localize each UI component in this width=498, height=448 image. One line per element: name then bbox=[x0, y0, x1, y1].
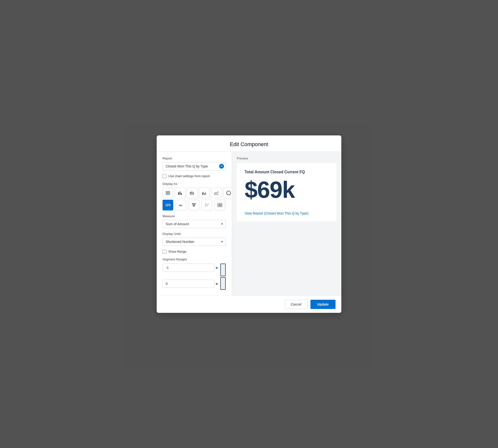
svg-rect-0 bbox=[166, 191, 170, 192]
right-panel: Preview Total Amount Closed Current FQ $… bbox=[232, 152, 341, 296]
display-units-label: Display Units bbox=[163, 232, 226, 236]
stacked-bar-icon bbox=[189, 190, 195, 196]
slider-segment-top[interactable] bbox=[220, 264, 226, 276]
table-icon bbox=[165, 190, 171, 196]
chart-type-bar[interactable] bbox=[175, 188, 185, 198]
svg-point-19 bbox=[228, 192, 230, 194]
chart-type-metric[interactable]: 123 bbox=[163, 200, 173, 210]
display-units-select-wrap: Shortened Number Full Number Thousands M… bbox=[163, 238, 226, 246]
preview-card-value: $69k bbox=[245, 178, 329, 201]
view-report-link[interactable]: View Report (Closed Won This Q by Type) bbox=[245, 211, 309, 215]
segment-inputs: ▶ ▶ bbox=[163, 264, 218, 291]
display-as-row1 bbox=[163, 188, 226, 198]
funnel-icon bbox=[191, 202, 197, 208]
segment-arrow-1[interactable]: ▶ bbox=[216, 266, 218, 269]
svg-rect-7 bbox=[190, 193, 191, 195]
svg-rect-5 bbox=[180, 192, 180, 195]
show-range-label[interactable]: Show Range bbox=[168, 250, 186, 253]
modal-title: Edit Component bbox=[164, 141, 334, 147]
preview-card: Total Amount Closed Current FQ $69k View… bbox=[237, 163, 336, 221]
line-chart-icon bbox=[214, 190, 219, 196]
svg-point-28 bbox=[208, 204, 209, 204]
modal-body: Report ✕ Use chart settings from report … bbox=[157, 152, 341, 296]
segment-input-2[interactable] bbox=[163, 280, 215, 288]
svg-rect-8 bbox=[190, 192, 191, 193]
svg-point-25 bbox=[205, 206, 206, 206]
svg-rect-16 bbox=[205, 192, 206, 195]
report-label: Report bbox=[163, 157, 226, 160]
chart-type-funnel[interactable] bbox=[189, 200, 199, 210]
show-range-checkbox[interactable] bbox=[163, 250, 166, 254]
svg-rect-1 bbox=[166, 192, 170, 193]
display-as-row2: 123 bbox=[163, 200, 226, 210]
measure-select[interactable]: Sum of Amount Count Average of Amount bbox=[163, 220, 226, 228]
svg-point-26 bbox=[206, 204, 207, 205]
segment-input-row-2: ▶ bbox=[163, 280, 218, 288]
report-input[interactable] bbox=[163, 162, 226, 170]
scatter-icon bbox=[204, 202, 209, 208]
segment-ranges-label: Segment Ranges bbox=[163, 257, 226, 261]
chart-type-grouped-bar[interactable] bbox=[199, 188, 210, 198]
chart-type-donut[interactable] bbox=[223, 188, 232, 198]
display-units-select[interactable]: Shortened Number Full Number Thousands M… bbox=[163, 238, 226, 246]
data-table-icon bbox=[217, 202, 223, 208]
svg-point-29 bbox=[206, 203, 206, 204]
segment-ranges-container: ▶ ▶ bbox=[163, 264, 226, 291]
svg-rect-14 bbox=[203, 192, 204, 195]
left-panel: Report ✕ Use chart settings from report … bbox=[157, 152, 232, 296]
svg-point-27 bbox=[207, 205, 208, 206]
svg-rect-22 bbox=[192, 203, 196, 204]
svg-rect-33 bbox=[220, 205, 222, 207]
svg-rect-13 bbox=[202, 192, 203, 195]
svg-rect-31 bbox=[220, 203, 222, 205]
segment-slider-track bbox=[220, 264, 226, 291]
segment-input-1[interactable] bbox=[163, 264, 215, 272]
svg-rect-9 bbox=[191, 193, 192, 195]
segment-arrow-2[interactable]: ▶ bbox=[216, 282, 218, 285]
modal-overlay: Edit Component Report ✕ Use chart settin… bbox=[0, 0, 498, 448]
svg-rect-6 bbox=[181, 193, 182, 195]
svg-rect-30 bbox=[218, 203, 220, 205]
svg-rect-3 bbox=[166, 194, 170, 195]
chart-type-gauge[interactable] bbox=[175, 200, 186, 210]
measure-select-wrap: Sum of Amount Count Average of Amount ▼ bbox=[163, 220, 226, 228]
chart-type-table[interactable] bbox=[163, 188, 173, 198]
svg-rect-11 bbox=[193, 193, 194, 195]
report-clear-button[interactable]: ✕ bbox=[219, 164, 224, 169]
use-chart-settings-row: Use chart settings from report bbox=[163, 174, 226, 178]
gauge-icon bbox=[178, 202, 183, 208]
show-range-row: Show Range bbox=[163, 250, 226, 254]
svg-rect-12 bbox=[193, 192, 194, 193]
chart-type-line[interactable] bbox=[211, 188, 222, 198]
donut-icon bbox=[226, 190, 231, 196]
grouped-bar-icon bbox=[202, 190, 207, 196]
svg-rect-10 bbox=[191, 192, 192, 193]
chart-type-scatter[interactable] bbox=[201, 200, 212, 210]
cancel-button[interactable]: Cancel bbox=[285, 300, 308, 309]
preview-label: Preview bbox=[237, 157, 336, 160]
chart-type-data-table[interactable] bbox=[215, 200, 225, 210]
segment-input-row-1: ▶ bbox=[163, 264, 218, 272]
svg-rect-15 bbox=[204, 193, 205, 195]
svg-rect-23 bbox=[192, 205, 195, 205]
use-chart-settings-checkbox[interactable] bbox=[163, 174, 166, 178]
svg-rect-32 bbox=[218, 205, 220, 207]
close-icon: ✕ bbox=[220, 164, 223, 168]
edit-component-modal: Edit Component Report ✕ Use chart settin… bbox=[157, 135, 341, 313]
use-chart-settings-label[interactable]: Use chart settings from report bbox=[168, 174, 210, 178]
report-input-wrap: ✕ bbox=[163, 162, 226, 170]
preview-card-title: Total Amount Closed Current FQ bbox=[245, 170, 329, 174]
chart-type-stacked-bar[interactable] bbox=[187, 188, 197, 198]
update-button[interactable]: Update bbox=[310, 300, 335, 309]
measure-label: Measure bbox=[163, 214, 226, 218]
display-as-label: Display As bbox=[163, 182, 226, 186]
slider-segment-bottom[interactable] bbox=[220, 277, 226, 290]
svg-rect-2 bbox=[166, 193, 170, 194]
svg-point-20 bbox=[180, 206, 181, 206]
svg-rect-24 bbox=[193, 206, 195, 207]
svg-rect-4 bbox=[178, 192, 179, 195]
bar-chart-icon bbox=[177, 190, 183, 196]
modal-footer: Cancel Update bbox=[157, 296, 341, 313]
metric-label: 123 bbox=[165, 203, 171, 207]
modal-header: Edit Component bbox=[157, 135, 341, 152]
